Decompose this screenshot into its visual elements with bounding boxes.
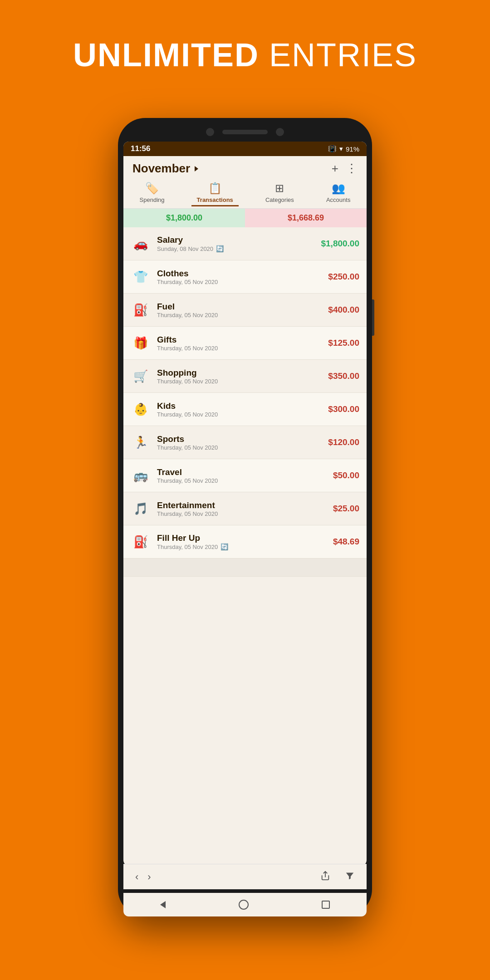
transaction-item[interactable]: 🛒 Shopping Thursday, 05 Nov 2020 $350.00 [123, 360, 367, 393]
transaction-date: Sunday, 08 Nov 2020 🔄 [157, 245, 321, 252]
android-nav [123, 893, 367, 916]
page-background: UNLIMITED ENTRIES 11:56 📳 ▾ 91% [0, 0, 490, 74]
nav-prev-next: ‹ › [132, 868, 154, 886]
transaction-details: Fill Her Up Thursday, 05 Nov 2020 🔄 [157, 533, 333, 550]
transaction-amount: $300.00 [328, 404, 359, 414]
transaction-icon: 🏃 [131, 432, 151, 452]
transaction-details: Entertainment Thursday, 05 Nov 2020 [157, 500, 333, 517]
transaction-item[interactable]: 🚌 Travel Thursday, 05 Nov 2020 $50.00 [123, 459, 367, 492]
transaction-name: Fill Her Up [157, 533, 333, 543]
repeat-icon: 🔄 [220, 543, 228, 550]
tab-categories-label: Categories [265, 196, 294, 203]
income-balance: $1,800.00 [123, 209, 245, 227]
accounts-icon: 👥 [332, 182, 345, 195]
tab-transactions[interactable]: 📋 Transactions [191, 180, 239, 206]
transaction-name: Clothes [157, 269, 328, 279]
transaction-details: Sports Thursday, 05 Nov 2020 [157, 434, 328, 451]
repeat-icon: 🔄 [216, 245, 224, 252]
spending-icon: 🏷️ [145, 182, 159, 195]
transaction-details: Travel Thursday, 05 Nov 2020 [157, 467, 333, 484]
transaction-date: Thursday, 05 Nov 2020 [157, 279, 328, 285]
nav-actions [318, 868, 358, 886]
transaction-date: Thursday, 05 Nov 2020 [157, 411, 328, 418]
transaction-amount: $120.00 [328, 437, 359, 447]
more-button[interactable]: ⋮ [346, 162, 358, 176]
categories-icon: ⊞ [275, 182, 284, 195]
page-headline: UNLIMITED ENTRIES [0, 0, 490, 74]
status-bar: 11:56 📳 ▾ 91% [123, 142, 367, 156]
tab-accounts-label: Accounts [326, 196, 350, 203]
transaction-amount: $250.00 [328, 272, 359, 282]
wifi-icon: ▾ [339, 145, 343, 153]
transaction-icon: ⛽ [131, 300, 151, 320]
transaction-icon: 🎁 [131, 333, 151, 353]
prev-month-button[interactable]: ‹ [132, 868, 141, 886]
transaction-name: Entertainment [157, 500, 333, 510]
transaction-list: 🚗 Salary Sunday, 08 Nov 2020 🔄 $1,800.00… [123, 227, 367, 824]
home-button[interactable] [239, 900, 249, 910]
transaction-item[interactable]: ⛽ Fill Her Up Thursday, 05 Nov 2020 🔄 $4… [123, 525, 367, 559]
transaction-name: Fuel [157, 302, 328, 312]
transaction-amount: $400.00 [328, 305, 359, 315]
headline-light: ENTRIES [269, 37, 417, 73]
transaction-icon: 🚗 [131, 234, 151, 254]
next-month-button[interactable]: › [145, 868, 153, 886]
app-header: November + ⋮ [123, 156, 367, 176]
transaction-date: Thursday, 05 Nov 2020 [157, 444, 328, 451]
transaction-item[interactable]: ⛽ Fuel Thursday, 05 Nov 2020 $400.00 [123, 294, 367, 327]
speaker [222, 130, 268, 134]
filter-button[interactable] [342, 868, 358, 886]
transaction-details: Shopping Thursday, 05 Nov 2020 [157, 368, 328, 385]
transaction-date: Thursday, 05 Nov 2020 [157, 312, 328, 318]
transaction-amount: $50.00 [333, 470, 359, 480]
tab-accounts[interactable]: 👥 Accounts [321, 180, 356, 206]
transaction-date: Thursday, 05 Nov 2020 [157, 510, 333, 517]
transaction-item[interactable]: 🎁 Gifts Thursday, 05 Nov 2020 $125.00 [123, 327, 367, 360]
transaction-item[interactable]: 🏃 Sports Thursday, 05 Nov 2020 $120.00 [123, 426, 367, 459]
transaction-date: Thursday, 05 Nov 2020 🔄 [157, 543, 333, 550]
transaction-icon: 🎵 [131, 499, 151, 519]
balance-bar: $1,800.00 $1,668.69 [123, 209, 367, 227]
status-icons: 📳 ▾ 91% [328, 145, 359, 153]
transaction-date: Thursday, 05 Nov 2020 [157, 345, 328, 352]
transaction-details: Kids Thursday, 05 Nov 2020 [157, 401, 328, 418]
transaction-name: Sports [157, 434, 328, 444]
transaction-details: Gifts Thursday, 05 Nov 2020 [157, 335, 328, 352]
transaction-item[interactable]: 🎵 Entertainment Thursday, 05 Nov 2020 $2… [123, 492, 367, 525]
transaction-amount: $1,800.00 [321, 239, 359, 249]
month-label: November [132, 162, 190, 176]
transaction-item[interactable]: 👶 Kids Thursday, 05 Nov 2020 $300.00 [123, 393, 367, 426]
tab-spending-label: Spending [140, 196, 165, 203]
back-triangle-icon [160, 901, 166, 908]
transaction-icon: 👕 [131, 267, 151, 287]
transaction-amount: $125.00 [328, 338, 359, 348]
transaction-icon: ⛽ [131, 532, 151, 552]
transaction-amount: $48.69 [333, 537, 359, 547]
transaction-icon: 🚌 [131, 466, 151, 485]
transaction-date: Thursday, 05 Nov 2020 [157, 477, 333, 484]
expense-balance: $1,668.69 [245, 209, 367, 227]
transaction-details: Clothes Thursday, 05 Nov 2020 [157, 269, 328, 285]
home-circle-icon [239, 900, 249, 910]
back-button[interactable] [160, 901, 166, 908]
transaction-item[interactable]: 🚗 Salary Sunday, 08 Nov 2020 🔄 $1,800.00 [123, 227, 367, 260]
camera-right [276, 128, 284, 136]
transaction-item[interactable]: 👕 Clothes Thursday, 05 Nov 2020 $250.00 [123, 260, 367, 294]
recents-button[interactable] [322, 901, 330, 909]
recents-square-icon [322, 901, 330, 909]
add-button[interactable]: + [332, 162, 338, 176]
header-actions: + ⋮ [332, 162, 358, 176]
transaction-amount: $350.00 [328, 371, 359, 381]
month-dropdown-arrow [195, 166, 198, 172]
transaction-details: Salary Sunday, 08 Nov 2020 🔄 [157, 235, 321, 252]
camera-left [206, 128, 214, 136]
tab-categories[interactable]: ⊞ Categories [260, 180, 299, 206]
transaction-name: Gifts [157, 335, 328, 345]
tab-spending[interactable]: 🏷️ Spending [134, 180, 170, 206]
share-button[interactable] [318, 868, 333, 886]
transaction-date: Thursday, 05 Nov 2020 [157, 378, 328, 385]
phone-screen: 11:56 📳 ▾ 91% November + ⋮ [123, 142, 367, 866]
vibrate-icon: 📳 [328, 145, 337, 153]
transaction-name: Travel [157, 467, 333, 477]
transaction-name: Kids [157, 401, 328, 411]
